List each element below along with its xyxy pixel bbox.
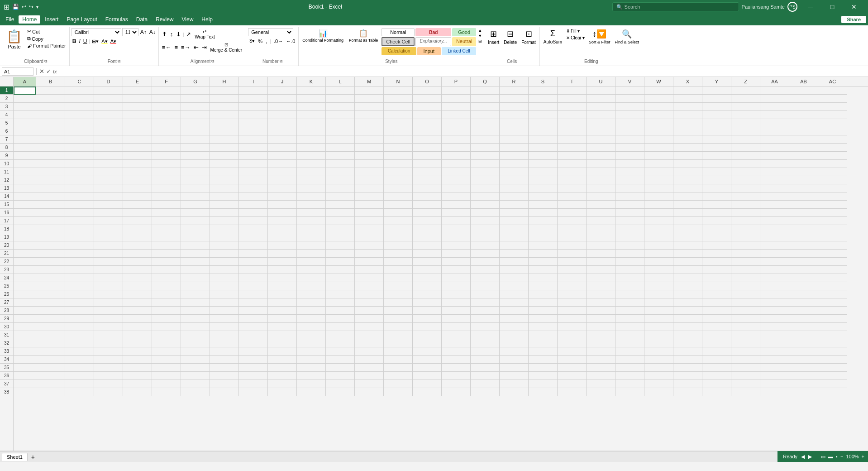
cell-P13[interactable] (442, 184, 471, 192)
row-number-4[interactable]: 4 (0, 111, 13, 119)
cell-O30[interactable] (413, 323, 442, 331)
cell-H31[interactable] (210, 331, 239, 339)
cell-U16[interactable] (587, 209, 615, 217)
cell-I11[interactable] (239, 168, 268, 176)
cell-L33[interactable] (326, 347, 355, 356)
cell-H5[interactable] (210, 119, 239, 127)
cell-Z33[interactable] (731, 347, 760, 356)
cell-A20[interactable] (14, 241, 36, 250)
cell-U6[interactable] (587, 127, 615, 135)
wrap-text-button[interactable]: ⇄ Wrap Text (193, 28, 217, 40)
cell-M13[interactable] (355, 184, 384, 192)
cell-D5[interactable] (94, 119, 123, 127)
cell-A5[interactable] (14, 119, 36, 127)
cell-Y18[interactable] (702, 225, 731, 233)
cell-AA24[interactable] (760, 274, 789, 282)
cell-AA29[interactable] (760, 315, 789, 323)
column-header-E[interactable]: E (123, 77, 152, 86)
cell-X31[interactable] (673, 331, 702, 339)
cell-L32[interactable] (326, 339, 355, 347)
fill-button[interactable]: ⬇ Fill ▾ (565, 28, 586, 34)
cell-R1[interactable] (500, 87, 529, 95)
cell-AA21[interactable] (760, 250, 789, 258)
cell-M8[interactable] (355, 144, 384, 152)
cell-Q37[interactable] (471, 380, 500, 388)
normal-view-button[interactable]: ▭ (821, 454, 825, 460)
cell-M22[interactable] (355, 258, 384, 266)
cell-Q29[interactable] (471, 315, 500, 323)
cell-AB38[interactable] (789, 388, 818, 396)
cell-B33[interactable] (36, 347, 65, 356)
cell-R31[interactable] (500, 331, 529, 339)
cell-T24[interactable] (558, 274, 587, 282)
cell-B3[interactable] (36, 103, 65, 111)
row-number-33[interactable]: 33 (0, 347, 13, 356)
cell-C32[interactable] (65, 339, 94, 347)
cell-A11[interactable] (14, 168, 36, 176)
style-normal-cell[interactable]: Normal (382, 28, 415, 36)
cell-I35[interactable] (239, 364, 268, 372)
cell-L20[interactable] (326, 241, 355, 250)
cell-H8[interactable] (210, 144, 239, 152)
cell-G14[interactable] (181, 192, 210, 201)
cell-P6[interactable] (442, 127, 471, 135)
cell-M32[interactable] (355, 339, 384, 347)
cell-P15[interactable] (442, 201, 471, 209)
cell-W37[interactable] (644, 380, 673, 388)
row-number-27[interactable]: 27 (0, 298, 13, 307)
cell-F3[interactable] (152, 103, 181, 111)
cell-O15[interactable] (413, 201, 442, 209)
cell-A32[interactable] (14, 339, 36, 347)
cell-N28[interactable] (384, 307, 413, 315)
cell-F28[interactable] (152, 307, 181, 315)
cell-X13[interactable] (673, 184, 702, 192)
cell-Q28[interactable] (471, 307, 500, 315)
cell-U15[interactable] (587, 201, 615, 209)
cell-L9[interactable] (326, 152, 355, 160)
cell-G10[interactable] (181, 160, 210, 168)
cell-E9[interactable] (123, 152, 152, 160)
cell-E3[interactable] (123, 103, 152, 111)
cell-A12[interactable] (14, 176, 36, 184)
cell-U37[interactable] (587, 380, 615, 388)
cell-W36[interactable] (644, 372, 673, 380)
cell-Q26[interactable] (471, 290, 500, 298)
cell-M6[interactable] (355, 127, 384, 135)
cell-S3[interactable] (529, 103, 558, 111)
cell-J27[interactable] (268, 298, 297, 307)
cell-N38[interactable] (384, 388, 413, 396)
cell-E38[interactable] (123, 388, 152, 396)
cell-P1[interactable] (442, 87, 471, 95)
cell-Z17[interactable] (731, 217, 760, 225)
cell-Y19[interactable] (702, 233, 731, 241)
cell-Z5[interactable] (731, 119, 760, 127)
quick-access-undo[interactable]: ↩ (22, 4, 26, 10)
cell-U2[interactable] (587, 95, 615, 103)
cell-F6[interactable] (152, 127, 181, 135)
cell-F34[interactable] (152, 356, 181, 364)
cell-M4[interactable] (355, 111, 384, 119)
cell-I26[interactable] (239, 290, 268, 298)
cell-T26[interactable] (558, 290, 587, 298)
cell-C14[interactable] (65, 192, 94, 201)
style-linked-cell[interactable]: Linked Cell (442, 47, 477, 55)
cell-J34[interactable] (268, 356, 297, 364)
cell-V14[interactable] (615, 192, 644, 201)
cell-AA30[interactable] (760, 323, 789, 331)
cell-K15[interactable] (297, 201, 326, 209)
cell-K34[interactable] (297, 356, 326, 364)
cell-E17[interactable] (123, 217, 152, 225)
cell-AB2[interactable] (789, 95, 818, 103)
cell-J4[interactable] (268, 111, 297, 119)
cell-T19[interactable] (558, 233, 587, 241)
cell-N11[interactable] (384, 168, 413, 176)
cell-N10[interactable] (384, 160, 413, 168)
cell-V38[interactable] (615, 388, 644, 396)
cell-U18[interactable] (587, 225, 615, 233)
cell-K33[interactable] (297, 347, 326, 356)
cell-E28[interactable] (123, 307, 152, 315)
cell-K7[interactable] (297, 135, 326, 144)
cell-C37[interactable] (65, 380, 94, 388)
cell-M19[interactable] (355, 233, 384, 241)
cell-AB35[interactable] (789, 364, 818, 372)
